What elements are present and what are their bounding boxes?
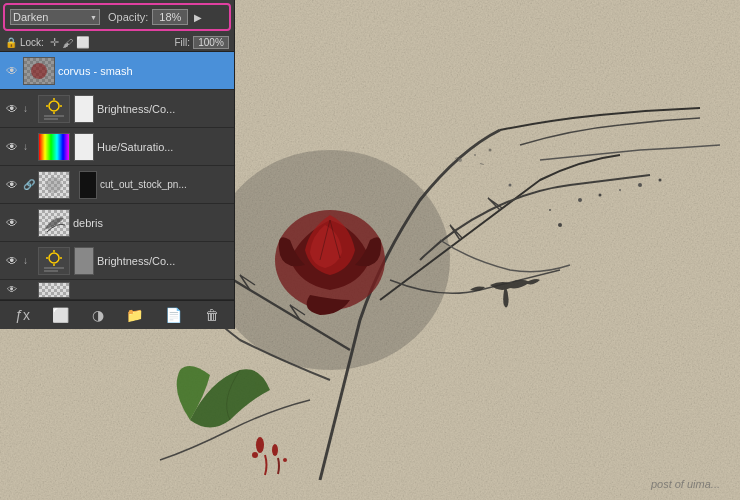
svg-point-32 [46,177,62,193]
svg-point-5 [638,183,642,187]
layer-thumbnail [38,282,70,298]
layer-link-arrow-icon: ↓ [23,141,35,152]
layer-row[interactable]: 👁 ↓ Brightness/Co... [0,90,234,128]
layer-row[interactable]: 👁 corvus - smash [0,52,234,90]
svg-point-4 [619,189,621,191]
layer-visibility-icon[interactable]: 👁 [4,139,20,155]
layer-visibility-icon[interactable]: 👁 [4,282,20,298]
layer-mask-thumbnail [74,247,94,275]
delete-layer-button[interactable]: 🗑 [201,305,223,325]
svg-point-7 [549,209,551,211]
svg-point-12 [489,149,492,152]
layer-row[interactable]: 👁 debris [0,204,234,242]
layer-link-arrow-icon: ↓ [23,255,35,266]
svg-rect-41 [44,270,58,272]
layer-row[interactable]: 👁 🔗 cut_out_stock_pn... [0,166,234,204]
blend-opacity-bar: Darken Opacity: ▶ [3,3,231,31]
svg-rect-40 [44,267,64,269]
layer-visibility-icon[interactable]: 👁 [4,253,20,269]
new-layer-button[interactable]: 📄 [161,305,186,325]
svg-point-17 [272,444,278,456]
layer-name: debris [73,217,230,229]
opacity-input[interactable] [152,9,188,25]
svg-point-20 [210,150,450,370]
svg-point-9 [509,184,512,187]
fill-label: Fill: [174,37,190,48]
svg-rect-29 [44,115,64,117]
layer-name: Brightness/Co... [97,103,230,115]
layer-thumbnail [23,57,55,85]
svg-point-18 [252,452,258,458]
layer-row[interactable]: 👁 ↓ Brightness/Co... [0,242,234,280]
layer-name: Hue/Saturatio... [97,141,230,153]
layers-list: 👁 corvus - smash 👁 ↓ [0,52,234,300]
layer-name: cut_out_stock_pn... [100,179,230,190]
svg-point-2 [578,198,582,202]
layer-name: Brightness/Co... [97,255,230,267]
lock-all-icon[interactable]: ⬜ [76,36,90,49]
layer-thumbnail [38,171,70,199]
layer-link-icon: 🔗 [23,179,35,190]
layer-visibility-icon[interactable]: 👁 [4,215,20,231]
layer-thumbnail [38,209,70,237]
svg-point-16 [256,437,264,453]
fx-button[interactable]: ƒx [11,305,34,325]
lock-row: 🔒 Lock: ✛ 🖌 ⬜ Fill: [0,34,234,52]
svg-rect-30 [44,118,58,120]
svg-point-8 [558,223,562,227]
layers-panel: Darken Opacity: ▶ 🔒 Lock: ✛ 🖌 ⬜ Fill: 👁 … [0,0,235,329]
watermark: post of uima... [651,478,720,490]
svg-point-10 [458,158,462,162]
opacity-label: Opacity: [108,11,148,23]
fill-input[interactable] [193,36,229,49]
svg-point-3 [599,194,602,197]
svg-point-6 [659,179,662,182]
svg-point-11 [474,154,476,156]
panel-bottom-toolbar: ƒx ⬜ ◑ 📁 📄 🗑 [0,300,234,329]
layer-thumbnail [38,247,70,275]
layer-thumbnail [38,133,70,161]
svg-point-19 [283,458,287,462]
layer-visibility-icon[interactable]: 👁 [4,101,20,117]
lock-icon: 🔒 [5,37,17,48]
blend-mode-select[interactable]: Darken [10,9,100,25]
layer-visibility-icon[interactable]: 👁 [4,63,20,79]
layer-row[interactable]: 👁 ↓ Hue/Saturatio... [0,128,234,166]
mask-button[interactable]: ⬜ [48,305,73,325]
group-button[interactable]: 📁 [122,305,147,325]
adjustment-button[interactable]: ◑ [88,305,108,325]
blend-mode-wrapper[interactable]: Darken [10,9,100,25]
svg-point-22 [31,63,47,79]
lock-move-icon[interactable]: ✛ [50,36,59,49]
layer-mask-thumbnail [79,171,97,199]
layer-mask-thumbnail [74,95,94,123]
layer-link-arrow-icon: ↓ [23,103,35,114]
layer-visibility-icon[interactable]: 👁 [4,177,20,193]
layer-mask-thumbnail [74,133,94,161]
layer-name: corvus - smash [58,65,230,77]
lock-label: Lock: [20,37,44,48]
layer-row[interactable]: 👁 [0,280,234,300]
lock-paint-icon[interactable]: 🖌 [62,37,73,49]
opacity-arrow-icon[interactable]: ▶ [192,12,204,23]
layer-thumbnail [38,95,70,123]
